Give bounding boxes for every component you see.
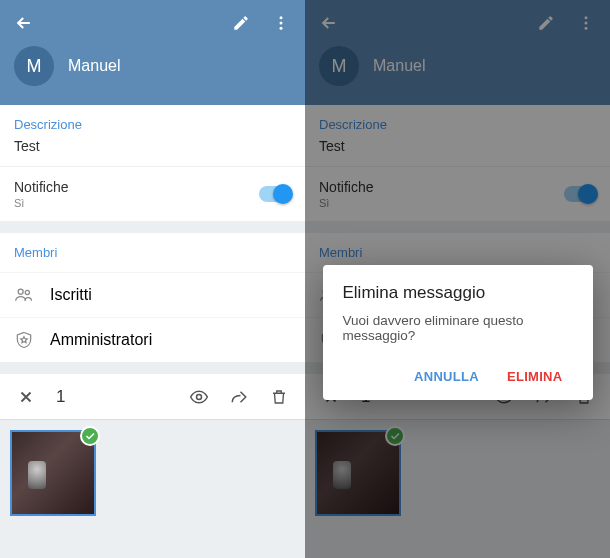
trash-icon [270,388,288,406]
admin-icon [14,330,34,350]
pane-right: M Manuel Descrizione Test Notifiche Sì M… [305,0,610,558]
svg-point-8 [585,27,588,30]
check-badge [80,426,100,446]
profile-name: Manuel [68,57,120,75]
avatar[interactable]: M [319,46,359,86]
dialog-message: Vuoi davvero eliminare questo messaggio? [343,313,573,343]
svg-point-4 [25,290,29,294]
edit-button[interactable] [526,3,566,43]
check-icon [84,430,96,442]
media-grid [305,420,610,526]
notifications-label: Notifiche [319,179,373,195]
dialog-actions: ANNULLA ELIMINA [343,361,573,392]
profile-row: M Manuel [0,46,305,100]
selection-count: 1 [50,387,175,407]
media-thumbnail[interactable] [10,430,96,516]
more-vertical-icon [272,14,290,32]
delete-button[interactable] [263,381,295,413]
check-icon [389,430,401,442]
members-header: Membri [0,233,305,272]
members-row-subscribers[interactable]: Iscritti [0,272,305,317]
topbar [305,0,610,46]
eye-icon [189,387,209,407]
arrow-left-icon [14,13,34,33]
pencil-icon [537,14,555,32]
arrow-left-icon [319,13,339,33]
notifications-state: Sì [319,197,373,209]
notifications-row[interactable]: Notifiche Sì [0,166,305,221]
members-row-label: Amministratori [50,331,152,349]
back-button[interactable] [309,3,349,43]
svg-point-7 [585,22,588,25]
check-badge [385,426,405,446]
svg-point-0 [280,16,283,19]
more-button[interactable] [261,3,301,43]
description-value: Test [319,138,596,154]
forward-button[interactable] [223,381,255,413]
svg-point-1 [280,22,283,25]
description-label: Descrizione [14,117,291,132]
selection-bar: 1 [0,374,305,420]
notifications-toggle[interactable] [259,186,291,202]
back-button[interactable] [4,3,44,43]
avatar[interactable]: M [14,46,54,86]
close-icon [17,388,35,406]
description-value: Test [14,138,291,154]
dialog-cancel-button[interactable]: ANNULLA [404,361,489,392]
notifications-row[interactable]: Notifiche Sì [305,166,610,221]
notifications-toggle[interactable] [564,186,596,202]
view-button[interactable] [183,381,215,413]
delete-message-dialog: Elimina messaggio Vuoi davvero eliminare… [323,265,593,400]
svg-point-3 [18,289,23,294]
svg-point-6 [585,16,588,19]
profile-name: Manuel [373,57,425,75]
notifications-state: Sì [14,197,68,209]
media-grid [0,420,305,526]
people-icon [14,285,34,305]
forward-icon [230,388,248,406]
topbar [0,0,305,46]
members-label: Membri [319,245,596,260]
members-label: Membri [14,245,291,260]
more-button[interactable] [566,3,606,43]
svg-point-5 [197,394,202,399]
svg-point-2 [280,27,283,30]
header: M Manuel [0,0,305,105]
description-section: Descrizione Test [0,105,305,166]
description-label: Descrizione [319,117,596,132]
members-row-admins[interactable]: Amministratori [0,317,305,362]
close-selection-button[interactable] [10,381,42,413]
pane-left: M Manuel Descrizione Test Notifiche Sì M… [0,0,305,558]
media-thumbnail[interactable] [315,430,401,516]
notifications-label: Notifiche [14,179,68,195]
dialog-title: Elimina messaggio [343,283,573,303]
profile-row: M Manuel [305,46,610,100]
edit-button[interactable] [221,3,261,43]
dialog-confirm-button[interactable]: ELIMINA [497,361,573,392]
header: M Manuel [305,0,610,105]
description-section: Descrizione Test [305,105,610,166]
pencil-icon [232,14,250,32]
members-row-label: Iscritti [50,286,92,304]
more-vertical-icon [577,14,595,32]
